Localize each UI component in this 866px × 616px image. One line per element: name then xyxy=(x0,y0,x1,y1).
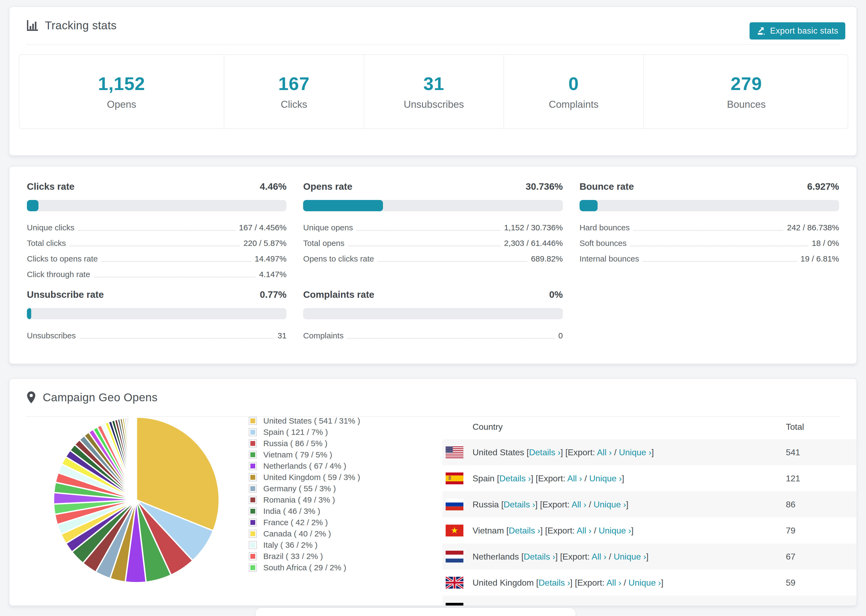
legend-item-italy: Italy ( 36 / 2% ) xyxy=(249,539,360,551)
rate-title: Clicks rate xyxy=(27,181,74,192)
detail-label: Opens to clicks rate xyxy=(303,254,374,263)
detail-value: 14.497% xyxy=(255,254,287,263)
rate-percentage: 4.46% xyxy=(260,181,287,192)
stat-label: Unsubscribes xyxy=(404,99,464,110)
dotted-leader xyxy=(78,230,235,231)
export-all-link[interactable]: All › xyxy=(606,578,621,587)
rate-detail-row: Click through rate 4.147% xyxy=(27,267,287,282)
detail-value: 19 / 6.81% xyxy=(801,254,839,263)
detail-value: 220 / 5.87% xyxy=(243,239,287,248)
rate-title: Opens rate xyxy=(303,181,352,192)
details-link[interactable]: Details › xyxy=(538,578,570,587)
legend-swatch xyxy=(249,485,257,493)
legend-item-canada: Canada ( 40 / 2% ) xyxy=(249,528,360,539)
dotted-leader xyxy=(357,230,500,231)
rate-detail-row: Soft bounces 18 / 0% xyxy=(579,236,839,251)
country-name: Russia [ xyxy=(472,499,504,509)
stat-value: 167 xyxy=(279,73,310,94)
country-name: United States [ xyxy=(472,447,529,457)
vn-flag-icon xyxy=(446,525,463,536)
link-separator: / xyxy=(591,525,599,535)
closing-bracket: ] xyxy=(661,578,663,587)
legend-label: France ( 42 / 2% ) xyxy=(263,518,328,527)
export-unique-link[interactable]: Unique › xyxy=(589,473,622,483)
legend-item-russia: Russia ( 86 / 5% ) xyxy=(249,438,360,449)
export-unique-link[interactable]: Unique › xyxy=(614,552,646,561)
link-separator: / xyxy=(612,447,619,457)
detail-value: 31 xyxy=(277,331,287,340)
export-icon xyxy=(757,26,766,36)
progress-bar-fill xyxy=(303,200,383,211)
link-separator: / xyxy=(595,603,603,606)
total-cell: 121 xyxy=(786,473,800,483)
export-unique-link[interactable]: Unique › xyxy=(599,525,631,535)
export-basic-stats-button[interactable]: Export basic stats xyxy=(749,22,845,39)
closing-bracket: ] xyxy=(646,552,649,561)
stat-value: 0 xyxy=(568,73,579,94)
gb-flag-icon xyxy=(446,577,463,589)
closing-bracket: ] xyxy=(651,447,654,457)
summary-stat-clicks: 167 Clicks xyxy=(224,55,364,129)
legend-label: Brazil ( 33 / 2% ) xyxy=(263,552,323,561)
legend-item-brazil: Brazil ( 33 / 2% ) xyxy=(249,551,360,562)
rate-percentage: 0% xyxy=(549,289,563,300)
dotted-leader xyxy=(630,246,808,246)
details-link[interactable]: Details › xyxy=(499,473,531,483)
legend-label: India ( 46 / 3% ) xyxy=(263,507,320,516)
detail-label: Unsubscribes xyxy=(27,331,76,340)
total-cell: 79 xyxy=(786,525,795,535)
details-link[interactable]: Details › xyxy=(509,525,540,535)
legend-swatch xyxy=(249,462,257,470)
export-unique-link[interactable]: Unique › xyxy=(603,603,635,606)
country-name: Germany [ xyxy=(472,603,513,606)
geo-opens-pie-chart[interactable] xyxy=(50,414,222,586)
details-link[interactable]: Details › xyxy=(529,447,561,457)
export-unique-link[interactable]: Unique › xyxy=(619,447,651,457)
export-bracket-text: ] [Export: xyxy=(535,499,572,509)
rate-block-unsubscribe-rate: Unsubscribe rate 0.77% Unsubscribes 31 xyxy=(27,289,287,344)
legend-item-india: India ( 46 / 3% ) xyxy=(249,506,360,517)
export-button-label: Export basic stats xyxy=(770,26,838,36)
export-all-link[interactable]: All › xyxy=(576,525,591,535)
es-flag-icon xyxy=(446,473,463,484)
export-unique-link[interactable]: Unique › xyxy=(628,578,661,587)
export-all-link[interactable]: All › xyxy=(597,447,612,457)
dotted-leader xyxy=(94,277,255,277)
export-all-link[interactable]: All › xyxy=(592,552,606,561)
rate-block-complaints-rate: Complaints rate 0% Complaints 0 xyxy=(303,289,563,344)
detail-label: Hard bounces xyxy=(579,223,630,232)
horizontal-scrollbar-thumb[interactable] xyxy=(255,608,576,616)
summary-stat-opens: 1,152 Opens xyxy=(19,55,224,129)
legend-item-south-africa: South Africa ( 29 / 2% ) xyxy=(249,562,360,573)
total-cell: 541 xyxy=(786,447,800,457)
total-cell: 55 xyxy=(786,603,795,606)
legend-swatch xyxy=(249,496,257,504)
export-unique-link[interactable]: Unique › xyxy=(594,499,626,509)
detail-value: 1,152 / 30.736% xyxy=(504,223,563,232)
export-all-link[interactable]: All › xyxy=(567,473,582,483)
total-cell: 59 xyxy=(786,578,795,588)
details-link[interactable]: Details › xyxy=(524,552,555,561)
country-cell: Germany [Details ›] [Export: All › / Uni… xyxy=(472,603,638,606)
rate-percentage: 6.927% xyxy=(807,181,839,192)
legend-swatch xyxy=(249,428,257,436)
link-separator: / xyxy=(582,473,589,483)
progress-bar-fill xyxy=(27,200,38,211)
legend-label: Romania ( 49 / 3% ) xyxy=(263,495,335,504)
rate-detail-row: Hard bounces 242 / 86.738% xyxy=(579,220,839,236)
country-name: Spain [ xyxy=(472,473,499,483)
detail-value: 18 / 0% xyxy=(812,239,839,248)
link-separator: / xyxy=(606,552,614,561)
legend-swatch xyxy=(249,451,257,459)
bar-chart-icon xyxy=(26,19,38,32)
export-all-link[interactable]: All › xyxy=(581,603,595,606)
table-row-russia: Russia [Details ›] [Export: All › / Uniq… xyxy=(442,491,857,517)
rates-card: Clicks rate 4.46% Unique clicks 167 / 4.… xyxy=(9,166,857,364)
legend-swatch xyxy=(249,541,257,549)
details-link[interactable]: Details › xyxy=(513,603,544,606)
details-link[interactable]: Details › xyxy=(504,499,535,509)
map-pin-icon xyxy=(26,391,36,404)
legend-label: Germany ( 55 / 3% ) xyxy=(263,484,336,493)
nl-flag-icon xyxy=(446,551,463,563)
export-all-link[interactable]: All › xyxy=(572,499,586,509)
